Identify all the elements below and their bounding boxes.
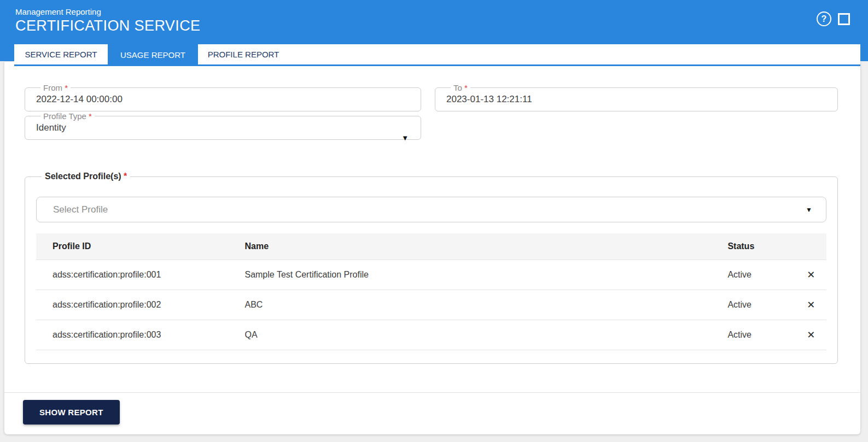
- table-row: adss:certification:profile:001Sample Tes…: [36, 260, 826, 290]
- tab-profile-report[interactable]: PROFILE REPORT: [198, 44, 289, 64]
- close-icon[interactable]: ✕: [803, 299, 818, 311]
- selected-profiles-section: Selected Profile(s) * Select Profile ▼ P…: [25, 172, 838, 364]
- profile-name-cell: ABC: [244, 290, 727, 320]
- select-profile-dropdown[interactable]: Select Profile ▼: [36, 197, 826, 222]
- show-report-button[interactable]: SHOW REPORT: [23, 400, 120, 425]
- close-icon[interactable]: ✕: [803, 269, 818, 281]
- remove-profile-cell: ✕: [796, 290, 826, 320]
- from-input[interactable]: 2022-12-14 00:00:00: [36, 93, 421, 105]
- caret-down-icon[interactable]: ▼: [401, 134, 409, 142]
- table-row: adss:certification:profile:003QAActive✕: [36, 320, 826, 350]
- close-icon[interactable]: ✕: [803, 329, 818, 341]
- required-asterisk: *: [464, 83, 468, 92]
- usage-report-panel: From * 2022-12-14 00:00:00 To * 2023-01-…: [4, 62, 860, 434]
- tab-usage-report[interactable]: USAGE REPORT: [108, 43, 198, 66]
- required-asterisk: *: [124, 172, 127, 181]
- to-field[interactable]: To * 2023-01-13 12:21:11: [435, 83, 838, 111]
- column-header-profile-id: Profile ID: [36, 233, 244, 260]
- profile-id-cell: adss:certification:profile:003: [36, 320, 244, 350]
- profile-type-value[interactable]: Identity: [36, 122, 421, 134]
- profile-name-cell: QA: [244, 320, 727, 350]
- profile-id-cell: adss:certification:profile:001: [36, 260, 244, 290]
- from-label: From *: [40, 83, 71, 92]
- profile-type-select[interactable]: Profile Type * Identity ▼: [25, 111, 421, 140]
- tab-service-report[interactable]: SERVICE REPORT: [14, 44, 108, 64]
- caret-down-icon: ▼: [806, 207, 812, 213]
- selected-profiles-label: Selected Profile(s) *: [42, 172, 130, 181]
- remove-profile-cell: ✕: [796, 320, 826, 350]
- profile-status-cell: Active: [727, 320, 795, 350]
- panel-footer: SHOW REPORT: [4, 392, 860, 434]
- window-icon[interactable]: [838, 13, 850, 25]
- required-asterisk: *: [65, 83, 68, 92]
- page-title: CERTIFICATION SERVICE: [15, 17, 868, 34]
- profile-type-label: Profile Type *: [40, 111, 95, 121]
- to-label: To *: [451, 83, 470, 92]
- profile-name-cell: Sample Test Certification Profile: [244, 260, 727, 290]
- profile-id-cell: adss:certification:profile:002: [36, 290, 244, 320]
- profile-status-cell: Active: [727, 260, 795, 290]
- help-icon[interactable]: ?: [817, 11, 831, 26]
- required-asterisk: *: [89, 111, 92, 121]
- to-input[interactable]: 2023-01-13 12:21:11: [446, 93, 837, 105]
- selected-profiles-table: Profile IDNameStatus adss:certification:…: [36, 233, 826, 350]
- table-row: adss:certification:profile:002ABCActive✕: [36, 290, 826, 320]
- column-header-remove: [796, 233, 826, 260]
- table-header-row: Profile IDNameStatus: [36, 233, 826, 260]
- remove-profile-cell: ✕: [796, 260, 826, 290]
- select-profile-placeholder: Select Profile: [53, 204, 108, 215]
- app-subtitle: Management Reporting: [15, 7, 868, 17]
- column-header-status: Status: [727, 233, 795, 260]
- profile-status-cell: Active: [727, 290, 795, 320]
- from-field[interactable]: From * 2022-12-14 00:00:00: [25, 83, 421, 111]
- tab-bar: SERVICE REPORTUSAGE REPORTPROFILE REPORT: [14, 44, 860, 66]
- column-header-name: Name: [244, 233, 727, 260]
